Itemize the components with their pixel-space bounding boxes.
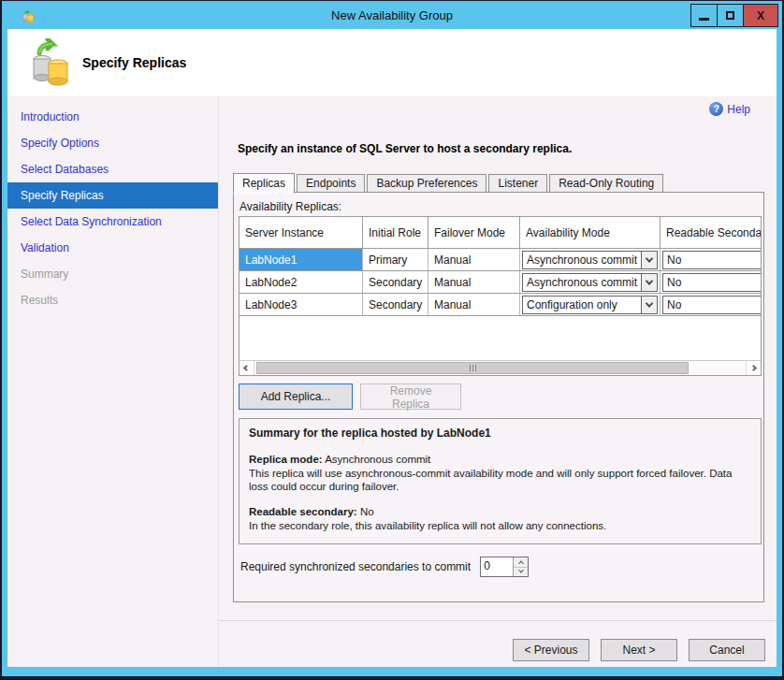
help-icon: ? bbox=[709, 102, 723, 116]
table-row[interactable]: LabNode3 Secondary Manual Configuration … bbox=[240, 294, 761, 316]
main-column: ? Help Specify an instance of SQL Server… bbox=[219, 96, 777, 667]
spin-down-button[interactable] bbox=[514, 568, 528, 577]
cell-availability-mode: Asynchronous commit bbox=[520, 249, 661, 270]
replica-mode-label: Replica mode: bbox=[249, 454, 323, 465]
cell-initial-role: Secondary bbox=[363, 294, 428, 315]
caption-buttons: X bbox=[691, 4, 778, 27]
replica-mode-description: This replica will use asynchronous-commi… bbox=[249, 467, 751, 495]
column-header-server-instance[interactable]: Server Instance bbox=[240, 217, 363, 248]
availability-mode-value: Asynchronous commit bbox=[523, 274, 641, 291]
chevron-down-icon[interactable] bbox=[641, 274, 657, 291]
sidebar-item-validation[interactable]: Validation bbox=[7, 235, 218, 261]
chevron-up-icon bbox=[518, 560, 524, 566]
sidebar-item-introduction[interactable]: Introduction bbox=[7, 104, 218, 130]
tab-endpoints[interactable]: Endpoints bbox=[297, 174, 365, 193]
tab-strip: Replicas Endpoints Backup Preferences Li… bbox=[233, 172, 665, 193]
tab-read-only-routing[interactable]: Read-Only Routing bbox=[549, 174, 663, 193]
readable-secondary-dropdown[interactable]: No bbox=[662, 296, 761, 314]
spin-up-button[interactable] bbox=[514, 557, 528, 568]
chevron-left-icon bbox=[243, 365, 250, 371]
sidebar-item-specify-replicas[interactable]: Specify Replicas bbox=[7, 182, 218, 209]
cell-server-instance[interactable]: LabNode3 bbox=[240, 294, 363, 315]
wizard-header: Specify Replicas bbox=[7, 29, 777, 96]
new-availability-group-window: New Availability Group X bbox=[2, 1, 782, 676]
readable-secondary-value: No bbox=[360, 506, 374, 517]
sidebar-item-select-data-synchronization[interactable]: Select Data Synchronization bbox=[7, 209, 218, 235]
page-instruction: Specify an instance of SQL Server to hos… bbox=[238, 142, 572, 155]
page-title: Specify Replicas bbox=[82, 55, 186, 70]
maximize-button[interactable] bbox=[717, 4, 744, 27]
availability-replicas-grid: Server Instance Initial Role Failover Mo… bbox=[239, 216, 762, 376]
app-database-icon bbox=[21, 7, 36, 23]
readable-secondary-value: No bbox=[667, 276, 681, 289]
minimize-button[interactable] bbox=[690, 4, 718, 27]
readable-secondary-dropdown[interactable]: No bbox=[662, 273, 761, 292]
availability-mode-dropdown[interactable]: Configuration only bbox=[522, 296, 658, 314]
tab-listener[interactable]: Listener bbox=[488, 174, 547, 193]
quorum-label: Required synchronized secondaries to com… bbox=[240, 560, 471, 573]
wizard-body: Introduction Specify Options Select Data… bbox=[7, 96, 777, 667]
readable-secondary-label: Readable secondary: bbox=[249, 506, 357, 517]
readable-secondary-dropdown[interactable]: No bbox=[662, 251, 761, 269]
summary-title: Summary for the replica hosted by LabNod… bbox=[249, 427, 751, 441]
scroll-left-button[interactable] bbox=[240, 361, 254, 375]
help-link[interactable]: ? Help bbox=[709, 102, 750, 116]
cell-readable-secondary: No bbox=[661, 294, 761, 315]
column-header-availability-mode[interactable]: Availability Mode bbox=[520, 217, 661, 248]
cell-failover-mode: Manual bbox=[428, 294, 520, 315]
maximize-icon bbox=[726, 11, 734, 20]
sidebar-item-select-databases[interactable]: Select Databases bbox=[7, 156, 218, 182]
cell-initial-role: Primary bbox=[363, 249, 428, 270]
tab-replicas[interactable]: Replicas bbox=[233, 173, 295, 194]
add-replica-button[interactable]: Add Replica... bbox=[239, 383, 353, 410]
column-header-readable-secondary[interactable]: Readable Secondary bbox=[661, 217, 761, 248]
availability-mode-dropdown[interactable]: Asynchronous commit bbox=[522, 273, 658, 292]
table-row[interactable]: LabNode1 Primary Manual Asynchronous com… bbox=[240, 249, 761, 271]
replicas-tab-page: Availability Replicas: Server Instance I… bbox=[233, 192, 764, 602]
chevron-down-icon bbox=[518, 568, 524, 573]
table-row[interactable]: LabNode2 Secondary Manual Asynchronous c… bbox=[240, 271, 761, 294]
chevron-down-icon[interactable] bbox=[641, 252, 657, 268]
scrollbar-thumb[interactable] bbox=[256, 362, 689, 374]
availability-mode-value: Configuration only bbox=[523, 297, 641, 313]
readable-secondary-value: No bbox=[667, 298, 681, 311]
cell-server-instance[interactable]: LabNode2 bbox=[240, 271, 363, 293]
close-button[interactable]: X bbox=[743, 4, 778, 27]
quorum-row: Required synchronized secondaries to com… bbox=[240, 557, 763, 577]
sidebar-item-summary: Summary bbox=[7, 261, 218, 287]
remove-replica-button: Remove Replica bbox=[360, 383, 461, 410]
scrollbar-track[interactable] bbox=[254, 361, 746, 375]
tab-backup-preferences[interactable]: Backup Preferences bbox=[367, 174, 486, 193]
chevron-down-icon[interactable] bbox=[641, 297, 657, 313]
desktop: New Availability Group X bbox=[0, 0, 784, 680]
previous-button[interactable]: < Previous bbox=[513, 639, 589, 661]
help-label: Help bbox=[727, 103, 750, 116]
availability-mode-value: Asynchronous commit bbox=[523, 252, 641, 268]
window-title: New Availability Group bbox=[2, 8, 782, 22]
replica-mode-value: Asynchronous commit bbox=[325, 454, 430, 465]
cell-availability-mode: Configuration only bbox=[520, 294, 661, 315]
wizard-steps-sidebar: Introduction Specify Options Select Data… bbox=[7, 96, 219, 667]
minimize-icon bbox=[699, 18, 709, 21]
column-header-initial-role[interactable]: Initial Role bbox=[363, 217, 428, 248]
next-button[interactable]: Next > bbox=[601, 639, 677, 661]
sidebar-item-specify-options[interactable]: Specify Options bbox=[7, 130, 218, 156]
chevron-right-icon bbox=[750, 365, 757, 371]
scroll-right-button[interactable] bbox=[746, 361, 761, 375]
readable-secondary-value: No bbox=[667, 253, 681, 267]
cell-server-instance[interactable]: LabNode1 bbox=[240, 249, 363, 270]
column-header-failover-mode[interactable]: Failover Mode bbox=[428, 217, 520, 248]
dialog-client-area: Specify Replicas Introduction Specify Op… bbox=[7, 29, 777, 667]
cancel-button[interactable]: Cancel bbox=[689, 639, 765, 661]
availability-mode-dropdown[interactable]: Asynchronous commit bbox=[522, 251, 658, 269]
spinner-buttons bbox=[513, 557, 528, 576]
titlebar[interactable]: New Availability Group X bbox=[2, 1, 782, 29]
summary-readable-secondary: Readable secondary: No In the secondary … bbox=[249, 505, 751, 533]
quorum-stepper[interactable]: 0 bbox=[480, 557, 529, 577]
replica-buttons-row: Add Replica... Remove Replica bbox=[239, 383, 763, 410]
cell-initial-role: Secondary bbox=[363, 271, 428, 293]
horizontal-scrollbar[interactable] bbox=[240, 360, 761, 375]
cell-failover-mode: Manual bbox=[428, 249, 520, 270]
replicas-database-icon bbox=[28, 38, 75, 87]
quorum-value[interactable]: 0 bbox=[481, 557, 513, 576]
